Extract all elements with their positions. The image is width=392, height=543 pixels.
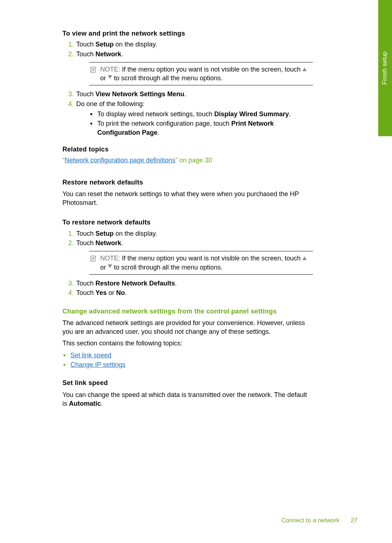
step-text: Do one of the following:: [76, 100, 144, 108]
procedure-title-restore: To restore network defaults: [62, 218, 313, 227]
step-text: Touch: [76, 239, 95, 247]
footer-page-number: 27: [351, 517, 358, 524]
heading-restore-defaults: Restore network defaults: [62, 178, 313, 187]
steps-restore: Touch Setup on the display. Touch Networ…: [62, 229, 313, 297]
steps-view-print: Touch Setup on the display. Touch Networ…: [62, 40, 313, 137]
note-text: or: [100, 74, 108, 82]
link-speed-paragraph: You can change the speed at which data i…: [62, 390, 313, 408]
step-text: Touch: [76, 230, 95, 237]
topic-link-item: Set link speed: [62, 351, 313, 360]
note-label: NOTE:: [100, 66, 120, 73]
heading-set-link-speed: Set link speed: [62, 378, 313, 387]
note-icon: [89, 66, 97, 74]
ui-term: Restore Network Defaults: [95, 280, 175, 287]
note-icon: [89, 255, 97, 263]
step-text: .: [175, 280, 177, 287]
step-item: Do one of the following: To display wire…: [75, 100, 313, 137]
note-body: NOTE: If the menu option you want is not…: [100, 65, 313, 83]
step-text: .: [121, 50, 123, 58]
bullet-text: To print the network configuration page,…: [97, 120, 231, 127]
note-label: NOTE:: [100, 255, 120, 262]
procedure-title-view-print: To view and print the network settings: [62, 29, 313, 38]
step-item: Touch Network.: [75, 239, 313, 275]
step-item: Touch View Network Settings Menu.: [75, 90, 313, 98]
quote-text: ” on page 30: [175, 157, 212, 164]
link-change-ip-settings[interactable]: Change IP settings: [70, 361, 126, 368]
step-item: Touch Setup on the display.: [75, 229, 313, 238]
footer-section-name: Connect to a network: [281, 517, 340, 524]
ui-term: Automatic: [69, 400, 101, 407]
step-text: Touch: [76, 280, 95, 287]
link-network-config-definitions[interactable]: Network configuration page definitions: [65, 157, 175, 164]
link-set-link-speed[interactable]: Set link speed: [70, 352, 111, 359]
note-text: If the menu option you want is not visib…: [122, 66, 302, 73]
note-text: If the menu option you want is not visib…: [122, 255, 302, 262]
step-item: Touch Setup on the display.: [75, 40, 313, 49]
step-text: Touch: [76, 50, 95, 58]
step-text: Touch: [76, 90, 95, 98]
step-text: .: [125, 289, 127, 296]
ui-term: Yes: [95, 289, 107, 296]
paragraph-text: .: [101, 400, 103, 407]
restore-paragraph: You can reset the network settings to wh…: [62, 190, 313, 207]
step-text: on the display.: [114, 41, 157, 48]
ui-term: Setup: [95, 41, 114, 48]
step-text: .: [184, 90, 186, 98]
down-arrow-icon: [108, 75, 112, 79]
step-text: on the display.: [114, 230, 157, 237]
ui-term: No: [116, 289, 125, 296]
up-arrow-icon: [302, 68, 307, 71]
step-text: Touch: [76, 41, 95, 48]
note-text: or: [100, 264, 108, 271]
bullet-text: .: [289, 110, 291, 118]
bullet-item: To print the network configuration page,…: [89, 119, 313, 137]
bullet-text: To display wired network settings, touch: [97, 110, 214, 118]
note-text: to scroll through all the menu options.: [112, 264, 222, 271]
note-body: NOTE: If the menu option you want is not…: [100, 254, 313, 272]
page-content: To view and print the network settings T…: [62, 29, 313, 408]
related-topics-line: “Network configuration page definitions”…: [62, 156, 313, 165]
ui-term: Network: [95, 50, 121, 58]
note-block: NOTE: If the menu option you want is not…: [89, 62, 313, 86]
step-item: Touch Restore Network Defaults.: [75, 279, 313, 288]
chapter-side-tab: Finish setup: [378, 0, 392, 136]
step-text: or: [107, 289, 116, 296]
step-item: Touch Yes or No.: [75, 288, 313, 297]
related-topics-heading: Related topics: [62, 145, 313, 154]
step-item: Touch Network.: [75, 50, 313, 86]
ui-term: Setup: [95, 230, 114, 237]
advanced-topic-links: Set link speed Change IP settings: [62, 351, 313, 369]
document-page: Finish setup To view and print the netwo…: [0, 0, 392, 543]
ui-term: View Network Settings Menu: [95, 90, 184, 98]
chapter-side-tab-label: Finish setup: [381, 52, 389, 85]
heading-advanced-settings: Change advanced network settings from th…: [62, 307, 313, 316]
bullet-item: To display wired network settings, touch…: [89, 110, 313, 118]
ui-term: Display Wired Summary: [214, 110, 289, 118]
note-text: to scroll through all the menu options.: [112, 74, 222, 82]
bullet-text: .: [158, 129, 159, 136]
topic-link-item: Change IP settings: [62, 360, 313, 369]
advanced-paragraph-2: This section contains the following topi…: [62, 339, 313, 348]
note-block: NOTE: If the menu option you want is not…: [89, 251, 313, 275]
step-text: .: [121, 239, 123, 247]
step-text: Touch: [76, 289, 95, 296]
page-footer: Connect to a network 27: [281, 516, 358, 525]
advanced-paragraph-1: The advanced network settings are provid…: [62, 319, 313, 336]
sub-bullets: To display wired network settings, touch…: [89, 110, 313, 137]
ui-term: Network: [95, 239, 121, 247]
up-arrow-icon: [302, 256, 307, 260]
down-arrow-icon: [108, 264, 112, 268]
